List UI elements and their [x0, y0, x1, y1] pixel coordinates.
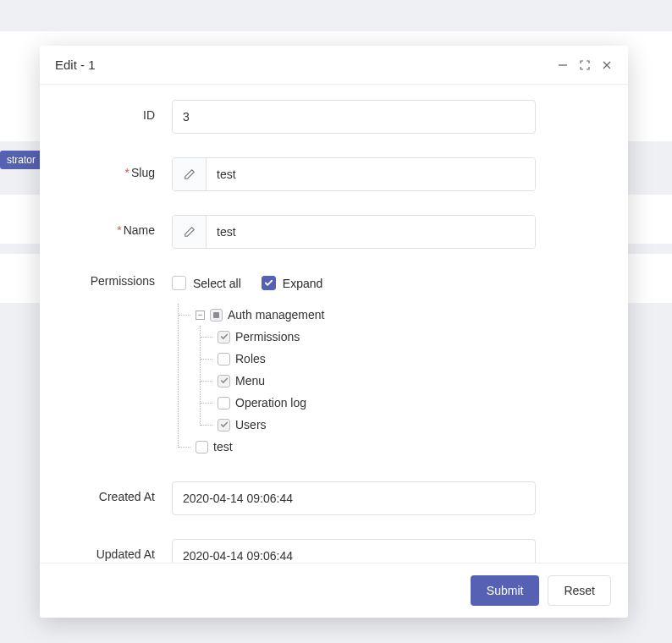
modal-body: ID *Slug *Name — [40, 85, 628, 563]
tree-root: − Auth management — [174, 304, 536, 458]
close-icon[interactable] — [601, 59, 613, 71]
required-asterisk: * — [117, 223, 121, 237]
submit-button[interactable]: Submit — [471, 575, 540, 606]
tree-node-menu: Menu — [201, 370, 536, 392]
slug-field[interactable] — [207, 158, 535, 190]
minimize-icon[interactable] — [557, 59, 569, 71]
created-at-field[interactable] — [172, 481, 536, 515]
tree-node-operation-log: Operation log — [201, 392, 536, 414]
permissions-controls: Select all Expand — [172, 276, 536, 290]
id-label: ID — [60, 100, 172, 122]
name-label: *Name — [60, 215, 172, 237]
tree-label: test — [213, 440, 233, 453]
modal-footer: Submit Reset — [40, 563, 628, 618]
modal-title: Edit - 1 — [55, 58, 96, 72]
tree-checkbox-users[interactable] — [218, 419, 230, 431]
select-all-wrap[interactable]: Select all — [172, 276, 241, 290]
tree-checkbox-auth-management[interactable] — [210, 309, 223, 322]
updated-at-label: Updated At — [60, 539, 172, 561]
tree-label: Menu — [235, 374, 265, 387]
tree-node-test: test — [179, 436, 536, 458]
form-row-updated-at: Updated At — [60, 539, 608, 563]
tree-label: Permissions — [235, 330, 300, 343]
select-all-label: Select all — [193, 277, 241, 290]
tree-label: Roles — [235, 352, 266, 365]
permissions-tree: − Auth management — [174, 304, 536, 458]
tree-collapse-icon[interactable]: − — [196, 311, 205, 320]
created-at-label: Created At — [60, 481, 172, 503]
pencil-icon — [173, 216, 207, 248]
expand-checkbox[interactable] — [262, 276, 276, 290]
form-row-name: *Name — [60, 215, 608, 249]
id-field[interactable] — [172, 100, 536, 134]
tree-node-auth-management: − Auth management — [179, 304, 536, 436]
tree-checkbox-test[interactable] — [196, 441, 208, 453]
permissions-label: Permissions — [60, 272, 172, 288]
name-field[interactable] — [207, 216, 535, 248]
pencil-icon — [173, 158, 207, 190]
tree-label: Users — [235, 418, 267, 431]
edit-modal: Edit - 1 ID — [40, 46, 628, 618]
tree-checkbox-menu[interactable] — [218, 375, 230, 387]
slug-label-text: Slug — [131, 166, 155, 179]
tree-node-roles: Roles — [201, 348, 536, 370]
name-label-text: Name — [124, 223, 155, 237]
tree-checkbox-permissions[interactable] — [218, 331, 230, 343]
tree-label: Operation log — [235, 396, 306, 409]
name-input-group — [172, 215, 536, 249]
fullscreen-icon[interactable] — [579, 59, 591, 71]
updated-at-field[interactable] — [172, 539, 536, 563]
expand-label: Expand — [283, 277, 322, 290]
required-asterisk: * — [125, 166, 129, 179]
tree-node-users: Users — [201, 414, 536, 436]
tree-node-permissions: Permissions — [201, 326, 536, 348]
modal-header: Edit - 1 — [40, 46, 628, 85]
tree-checkbox-operation-log[interactable] — [218, 397, 230, 409]
modal-window-controls — [557, 59, 613, 71]
tree-label: Auth management — [228, 308, 324, 322]
bg-admin-badge: strator — [0, 151, 42, 169]
expand-wrap[interactable]: Expand — [262, 276, 322, 290]
form-row-id: ID — [60, 100, 608, 134]
select-all-checkbox[interactable] — [172, 276, 186, 290]
form-row-slug: *Slug — [60, 157, 608, 191]
form-row-permissions: Permissions Select all Expand — [60, 272, 608, 458]
tree-checkbox-roles[interactable] — [218, 353, 230, 365]
slug-label: *Slug — [60, 157, 172, 179]
reset-button[interactable]: Reset — [548, 575, 611, 606]
form-row-created-at: Created At — [60, 481, 608, 515]
slug-input-group — [172, 157, 536, 191]
